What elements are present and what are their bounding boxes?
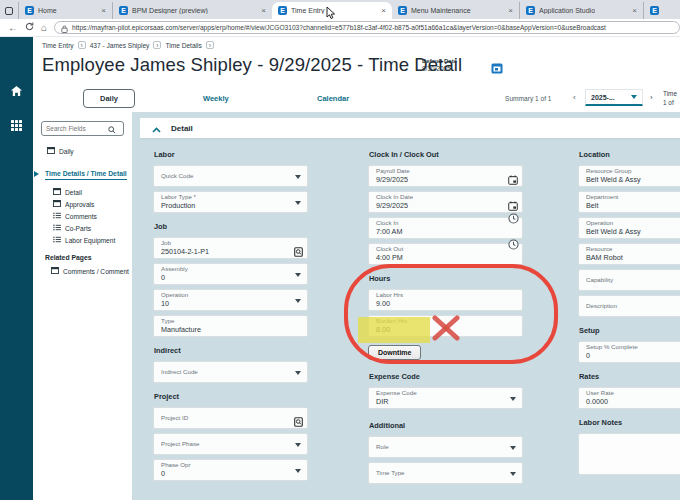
- url-bar[interactable]: https://mayfran-pilot.epicorsaas.com/ser…: [54, 21, 680, 34]
- chevron-down-icon: [295, 469, 301, 473]
- tab-close-icon[interactable]: ×: [101, 7, 106, 15]
- field-user-rate[interactable]: User Rate 0.0000: [578, 387, 680, 409]
- field-project-id[interactable]: Project ID: [153, 407, 308, 429]
- chevron-down-icon: [510, 446, 516, 450]
- reload-icon[interactable]: [25, 22, 34, 33]
- list-icon: [53, 212, 61, 220]
- back-icon[interactable]: ←: [8, 23, 18, 33]
- calendar-icon[interactable]: [508, 171, 518, 189]
- sidebar-item-co-parts[interactable]: Co-Parts: [53, 224, 91, 232]
- period-dropdown[interactable]: 2025-...: [585, 89, 643, 106]
- tab-label: Menu Maintenance: [411, 7, 471, 14]
- chevron-down-icon: [295, 201, 301, 205]
- field-expense-code[interactable]: Expense Code DIR: [368, 387, 523, 409]
- field-description[interactable]: Description: [578, 295, 680, 317]
- breadcrumb-chevron-icon[interactable]: ›: [78, 41, 86, 49]
- home-icon[interactable]: ⌂: [41, 23, 47, 33]
- page-title: Employee James Shipley - 9/29/2025 - Tim…: [42, 54, 462, 76]
- breadcrumb: Time Entry › 437 - James Shipley › Time …: [42, 41, 214, 49]
- detail-panel-header[interactable]: Detail: [140, 118, 680, 140]
- field-nav-panel: Daily Time Details / Time Detail Detail …: [33, 112, 132, 500]
- breadcrumb-item[interactable]: 437 - James Shipley: [90, 42, 150, 49]
- browser-tab-partial[interactable]: E: [643, 2, 680, 19]
- section-title-rates: Rates: [579, 372, 680, 381]
- sidebar-item-comments[interactable]: Comments: [53, 212, 97, 220]
- default-date-value: 9/30/2025: [422, 65, 457, 72]
- browser-tab-home[interactable]: E Home ×: [18, 2, 112, 19]
- epicor-favicon-icon: E: [119, 6, 128, 15]
- field-capability[interactable]: Capability: [578, 269, 680, 291]
- field-resource[interactable]: Resource BAM Robot: [578, 243, 680, 265]
- field-clock-out[interactable]: Clock Out 4:00 PM: [368, 243, 523, 265]
- search-fields-box[interactable]: [41, 121, 124, 136]
- tab-label: Application Studio: [539, 7, 595, 14]
- field-quick-code[interactable]: Quick Code: [153, 165, 308, 187]
- default-date-calendar-icon[interactable]: [491, 60, 503, 78]
- field-role[interactable]: Role: [368, 436, 523, 458]
- browser-tab-application-studio[interactable]: E Application Studio ×: [519, 2, 643, 19]
- sidebar-group-time-details[interactable]: Time Details / Time Detail: [45, 170, 127, 180]
- site-info-icon[interactable]: [61, 21, 68, 34]
- field-clock-in[interactable]: Clock In 7:00 AM: [368, 217, 523, 239]
- tab-close-icon[interactable]: ×: [261, 7, 266, 15]
- browser-address-bar: ← ⌂ https://mayfran-pilot.epicorsaas.com…: [0, 19, 680, 37]
- clock-icon[interactable]: [508, 210, 519, 228]
- sidebar-item-detail[interactable]: Detail: [53, 188, 82, 196]
- field-department[interactable]: Department Belt: [578, 191, 680, 213]
- sidebar-item-labor-equipment[interactable]: Labor Equipment: [53, 236, 115, 244]
- form-column-right: Location Resource Group Belt Weld & Assy…: [578, 146, 680, 475]
- labor-notes-textarea[interactable]: [578, 433, 680, 475]
- apps-grid-icon[interactable]: [0, 109, 33, 131]
- chevron-down-icon: [510, 472, 516, 476]
- breadcrumb-item[interactable]: Time Details: [165, 42, 201, 49]
- record-search-icon[interactable]: [294, 243, 303, 261]
- record-search-icon[interactable]: [294, 413, 303, 431]
- sidebar-item-comments-comment[interactable]: Comments / Comment: [51, 267, 129, 275]
- field-job[interactable]: Job 250104-2-1-P1: [153, 237, 308, 259]
- period-dropdown-value: 2025-...: [591, 94, 615, 101]
- epicor-favicon-icon: E: [25, 6, 34, 15]
- field-phase-opr[interactable]: Phase Opr 0: [153, 459, 308, 481]
- prev-record-icon[interactable]: ‹: [573, 93, 576, 102]
- field-location-operation[interactable]: Operation Belt Weld & Assy: [578, 217, 680, 239]
- field-payroll-date[interactable]: Payroll Date 9/29/2025: [368, 165, 523, 187]
- browser-tab-menu-maintenance[interactable]: E Menu Maintenance ×: [392, 2, 519, 19]
- breadcrumb-chevron-icon[interactable]: ›: [206, 41, 214, 49]
- field-operation[interactable]: Operation 10: [153, 289, 308, 311]
- sidebar-item-daily[interactable]: Daily: [47, 147, 74, 155]
- clock-icon[interactable]: [508, 236, 519, 254]
- tab-close-icon[interactable]: ×: [508, 7, 513, 15]
- field-resource-group[interactable]: Resource Group Belt Weld & Assy: [578, 165, 680, 187]
- next-record-icon[interactable]: ›: [650, 93, 653, 102]
- field-type[interactable]: Type Manufacture: [153, 315, 308, 337]
- tab-close-icon[interactable]: ×: [381, 7, 386, 15]
- section-title-additional: Additional: [369, 421, 523, 430]
- detail-panel-title: Detail: [171, 124, 193, 133]
- field-clock-in-date[interactable]: Clock In Date 9/29/2025: [368, 191, 523, 213]
- field-time-type[interactable]: Time Type: [368, 462, 523, 484]
- section-title-job: Job: [154, 222, 308, 231]
- tab-search-icon[interactable]: [0, 2, 18, 19]
- breadcrumb-chevron-icon[interactable]: ›: [153, 41, 161, 49]
- tab-calendar[interactable]: Calendar: [317, 94, 349, 103]
- field-indirect-code[interactable]: Indirect Code: [153, 361, 308, 383]
- app-header: Time Entry › 437 - James Shipley › Time …: [33, 37, 680, 86]
- collapse-chevron-icon[interactable]: [152, 119, 161, 137]
- sidebar-item-approvals[interactable]: Approvals: [53, 200, 94, 208]
- url-text: https://mayfran-pilot.epicorsaas.com/ser…: [72, 24, 606, 31]
- search-input[interactable]: [46, 125, 108, 132]
- home-nav-icon[interactable]: [0, 83, 33, 101]
- field-project-phase[interactable]: Project Phase: [153, 433, 308, 455]
- field-labor-type[interactable]: Labor Type * Production: [153, 191, 308, 213]
- tab-weekly[interactable]: Weekly: [203, 94, 229, 103]
- app-left-rail: ?: [0, 37, 33, 500]
- record-pager-cut: Time 1 of: [663, 90, 677, 108]
- breadcrumb-item[interactable]: Time Entry: [42, 42, 74, 49]
- tab-daily[interactable]: Daily: [83, 89, 135, 108]
- browser-tab-bpm-designer[interactable]: E BPM Designer (preview) ×: [112, 2, 272, 19]
- form-icon: [47, 147, 55, 155]
- field-assembly[interactable]: Assembly 0: [153, 263, 308, 285]
- chevron-down-icon: [295, 175, 301, 179]
- tab-close-icon[interactable]: ×: [632, 7, 637, 15]
- field-setup-complete[interactable]: Setup % Complete 0: [578, 341, 680, 363]
